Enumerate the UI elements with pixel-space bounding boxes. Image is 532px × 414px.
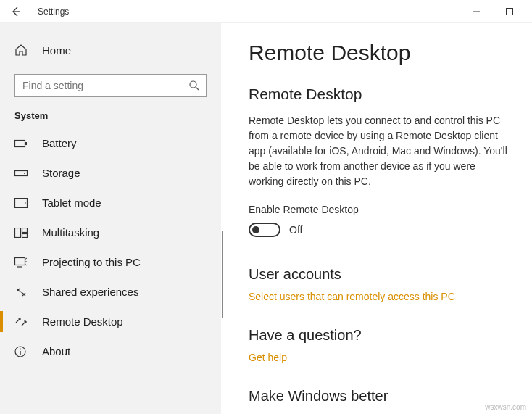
sidebar-item-label: Remote Desktop xyxy=(42,315,123,328)
svg-rect-0 xyxy=(507,8,513,15)
select-users-link[interactable]: Select users that can remotely access th… xyxy=(249,291,455,302)
sidebar-item-label: Storage xyxy=(42,167,80,179)
svg-point-5 xyxy=(24,173,25,174)
sidebar-item-label: Multitasking xyxy=(42,226,99,239)
svg-rect-3 xyxy=(25,142,27,145)
svg-rect-2 xyxy=(15,140,25,146)
search-input[interactable] xyxy=(14,74,207,97)
svg-point-7 xyxy=(25,202,26,204)
minimize-button[interactable] xyxy=(460,1,493,22)
info-icon xyxy=(14,346,29,357)
toggle-label: Enable Remote Desktop xyxy=(249,204,512,215)
window-title: Settings xyxy=(38,7,460,17)
description-text: Remote Desktop lets you connect to and c… xyxy=(249,113,512,189)
watermark: wsxwsn.com xyxy=(485,403,526,411)
svg-point-1 xyxy=(190,81,196,88)
svg-rect-9 xyxy=(22,228,28,232)
sidebar-item-tablet-mode[interactable]: Tablet mode xyxy=(0,188,221,218)
enable-remote-desktop-toggle[interactable] xyxy=(249,223,280,237)
maximize-button[interactable] xyxy=(493,1,526,22)
home-icon xyxy=(14,44,29,57)
page-title: Remote Desktop xyxy=(249,41,512,65)
section-heading-remote-desktop: Remote Desktop xyxy=(249,86,512,103)
home-nav[interactable]: Home xyxy=(0,38,221,62)
sidebar-item-shared-experiences[interactable]: Shared experiences xyxy=(0,277,221,307)
toggle-knob xyxy=(252,226,259,233)
svg-rect-8 xyxy=(15,228,21,237)
get-help-link[interactable]: Get help xyxy=(249,352,287,363)
window-controls xyxy=(460,1,526,22)
sidebar-item-label: Tablet mode xyxy=(42,196,101,209)
svg-point-13 xyxy=(20,348,21,349)
titlebar: Settings xyxy=(0,0,532,23)
section-heading-feedback: Make Windows better xyxy=(249,388,512,405)
projecting-icon xyxy=(14,257,29,268)
search-button[interactable] xyxy=(186,78,202,94)
sidebar-item-storage[interactable]: Storage xyxy=(0,158,221,188)
multitasking-icon xyxy=(14,228,29,238)
sidebar-item-about[interactable]: About xyxy=(0,336,221,366)
battery-icon xyxy=(14,139,29,148)
sidebar-item-projecting[interactable]: Projecting to this PC xyxy=(0,247,221,277)
sidebar-item-remote-desktop[interactable]: Remote Desktop xyxy=(0,307,221,336)
toggle-row: Off xyxy=(249,223,512,237)
sidebar-item-label: Projecting to this PC xyxy=(42,256,141,268)
sidebar-item-label: About xyxy=(42,345,70,357)
section-header-system: System xyxy=(0,110,221,128)
storage-icon xyxy=(14,169,29,178)
minimize-icon xyxy=(473,8,480,15)
maximize-icon xyxy=(506,8,513,15)
sidebar-item-label: Battery xyxy=(42,137,77,149)
sidebar: Home System Battery Storage xyxy=(0,23,221,414)
back-button[interactable] xyxy=(6,1,26,22)
home-label: Home xyxy=(42,44,71,57)
svg-rect-11 xyxy=(15,257,25,265)
tablet-icon xyxy=(14,198,29,208)
remote-desktop-icon xyxy=(14,316,29,328)
sidebar-item-multitasking[interactable]: Multitasking xyxy=(0,218,221,247)
shared-experiences-icon xyxy=(14,286,29,298)
toggle-state-text: Off xyxy=(289,224,302,236)
sidebar-item-battery[interactable]: Battery xyxy=(0,128,221,158)
search-icon xyxy=(188,80,200,91)
search-container xyxy=(14,74,207,97)
arrow-left-icon xyxy=(10,6,22,17)
svg-rect-10 xyxy=(22,233,28,237)
section-heading-user-accounts: User accounts xyxy=(249,266,512,283)
sidebar-item-label: Shared experiences xyxy=(42,286,138,298)
content-area: Remote Desktop Remote Desktop Remote Des… xyxy=(221,23,532,414)
section-heading-question: Have a question? xyxy=(249,327,512,344)
